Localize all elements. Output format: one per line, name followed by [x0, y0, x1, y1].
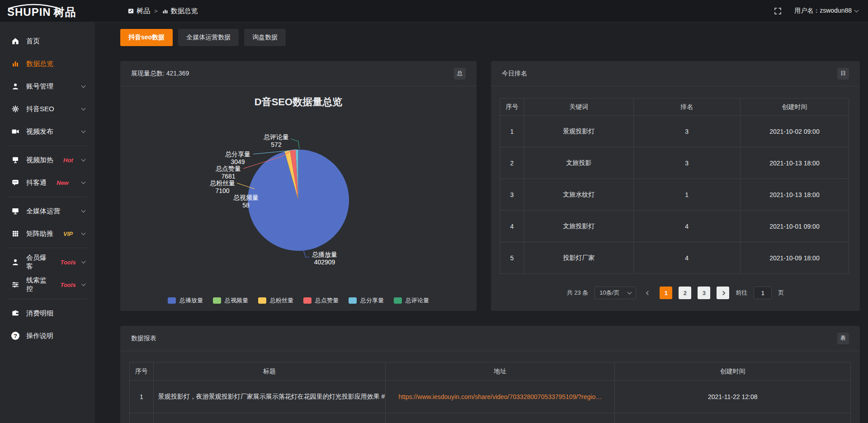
tab-omnimedia-data[interactable]: 全媒体运营数据 — [178, 29, 239, 46]
sidebar-item-data-overview[interactable]: 数据总览 — [0, 52, 95, 75]
legend-label: 总评论量 — [406, 296, 429, 305]
sidebar-item-label: 会员爆客 — [26, 254, 50, 271]
sidebar-item-label: 账号管理 — [26, 82, 53, 91]
sidebar-item-consumption[interactable]: 消费明细 — [0, 302, 95, 324]
goto-unit: 页 — [778, 289, 784, 297]
legend-item-总点赞量[interactable]: 总点赞量 — [303, 296, 339, 305]
data-tabs: 抖音seo数据 全媒体运营数据 询盘数据 — [120, 29, 860, 46]
sidebar-item-doketong[interactable]: 抖客通 New — [0, 171, 95, 194]
sidebar-item-video-publish[interactable]: 视频发布 — [0, 120, 95, 143]
hot-badge: Hot — [63, 157, 73, 164]
sidebar-item-lead-monitor[interactable]: 线索监控 Tools — [0, 273, 95, 296]
table-header-row: 序号 关键词 排名 创建时间 — [500, 99, 849, 116]
sidebar-divider — [8, 197, 87, 197]
pie-slices — [248, 150, 349, 251]
sidebar-item-label: 首页 — [26, 37, 40, 46]
breadcrumb-label: 树品 — [137, 7, 150, 15]
sidebar-item-account[interactable]: 账号管理 — [0, 75, 95, 98]
page-button-3[interactable]: 3 — [698, 287, 710, 299]
vip-badge: VIP — [63, 230, 73, 237]
breadcrumb-current[interactable]: 数据总览 — [162, 7, 198, 15]
sidebar-item-omnimedia[interactable]: 全媒体运营 — [0, 200, 95, 222]
cell-created: 2021-10-13 18:00 — [740, 147, 849, 179]
legend-label: 总播放量 — [179, 296, 203, 305]
page-button-1[interactable]: 1 — [660, 287, 672, 299]
user-menu[interactable]: 用户名：zswodun88 — [794, 7, 858, 15]
main-content: 抖音seo数据 全媒体运营数据 询盘数据 展现量总数: 421,369 总 — [95, 22, 868, 423]
username: 用户名：zswodun88 — [794, 7, 852, 15]
cell-created: 2021-10-02 09:00 — [740, 116, 849, 147]
sidebar: 首页 数据总览 账号管理 抖音SEO 视频发布 视频加热 Hot 抖客通 New… — [0, 22, 95, 423]
chevron-down-icon — [81, 106, 86, 111]
user-icon — [11, 82, 20, 91]
legend-item-总播放量[interactable]: 总播放量 — [168, 296, 203, 305]
question-icon: ? — [11, 331, 20, 340]
report-corner-button[interactable]: 表 — [837, 333, 849, 344]
overview-corner-button[interactable]: 总 — [454, 68, 466, 80]
cell-keyword: 文旅投影灯 — [524, 211, 634, 242]
tab-inquiry-data[interactable]: 询盘数据 — [244, 29, 286, 46]
legend-item-总粉丝量[interactable]: 总粉丝量 — [258, 296, 293, 305]
bar-chart-icon — [162, 8, 169, 14]
chevron-down-icon — [627, 290, 632, 295]
next-page-button[interactable] — [717, 287, 729, 299]
grid-icon — [11, 229, 20, 238]
legend-swatch — [168, 297, 176, 304]
table-row: 3 文旅水纹灯 1 2021-10-13 18:00 — [500, 179, 849, 211]
sidebar-item-label: 抖音SEO — [26, 105, 54, 113]
sidebar-item-label: 视频发布 — [26, 127, 53, 136]
legend-swatch — [394, 297, 402, 304]
chevron-down-icon — [854, 8, 859, 13]
overview-panel: 展现量总数: 421,369 总 D音SEO数据量总览 总评论量572 — [120, 61, 476, 311]
video-link[interactable]: https://www.iesdouyin.com/share/video/70… — [398, 393, 602, 400]
chevron-down-icon — [81, 157, 86, 162]
window-icon — [127, 8, 134, 14]
cell-rank: 1 — [633, 179, 740, 211]
legend-swatch — [258, 297, 266, 304]
breadcrumb: 树品 > 数据总览 — [127, 7, 198, 15]
legend-label: 总分享量 — [360, 296, 384, 305]
video-camera-icon — [11, 127, 20, 136]
fullscreen-icon[interactable] — [774, 7, 782, 15]
sidebar-item-help[interactable]: ? 操作说明 — [0, 324, 95, 347]
page-button-2[interactable]: 2 — [679, 287, 691, 299]
legend-item-总视频量[interactable]: 总视频量 — [213, 296, 248, 305]
goto-page-input[interactable] — [754, 287, 772, 299]
legend-label: 总粉丝量 — [270, 296, 293, 305]
app-logo[interactable]: SHUPIN树品 — [0, 2, 95, 19]
legend-item-总评论量[interactable]: 总评论量 — [394, 296, 429, 305]
chart-legend: 总播放量总视频量总粉丝量总点赞量总分享量总评论量 — [120, 296, 476, 305]
legend-swatch — [349, 297, 357, 304]
sidebar-item-label: 全媒体运营 — [26, 207, 60, 216]
sidebar-item-douyin-seo[interactable]: 抖音SEO — [0, 98, 95, 120]
cell-created: 2021-11-22 12:08 — [615, 381, 851, 413]
cell-index: 4 — [500, 211, 524, 242]
sidebar-item-label: 数据总览 — [26, 60, 53, 68]
breadcrumb-home[interactable]: 树品 — [127, 7, 150, 15]
pie-slice-总播放量[interactable] — [248, 150, 349, 251]
cell-rank: 4 — [633, 242, 740, 274]
chevron-down-icon — [81, 129, 86, 133]
prev-page-button[interactable] — [642, 287, 653, 299]
sidebar-divider — [8, 248, 87, 248]
sliders-icon — [11, 280, 20, 289]
sidebar-item-home[interactable]: 首页 — [0, 30, 95, 52]
pie-label-comments: 总评论量572 — [258, 133, 294, 149]
legend-label: 总视频量 — [225, 296, 248, 305]
ranking-corner-button[interactable]: 日 — [837, 68, 849, 80]
chevron-down-icon — [81, 282, 85, 286]
ranking-panel: 今日排名 日 序号 关键词 排名 创建时间 — [491, 61, 860, 311]
sidebar-item-matrix-boost[interactable]: 矩阵助推 VIP — [0, 222, 95, 245]
tab-douyin-seo-data[interactable]: 抖音seo数据 — [120, 29, 173, 46]
tools-badge: Tools — [60, 282, 75, 288]
sidebar-item-video-heat[interactable]: 视频加热 Hot — [0, 149, 95, 171]
chevron-down-icon — [81, 259, 85, 263]
column-header: 创建时间 — [615, 362, 851, 381]
pie-label-likes: 总点赞量7681 — [213, 165, 244, 180]
sidebar-item-member-baoke[interactable]: 会员爆客 Tools — [0, 251, 95, 273]
page-size-select[interactable]: 10条/页 — [594, 287, 636, 299]
legend-item-总分享量[interactable]: 总分享量 — [349, 296, 384, 305]
monitor-icon — [11, 207, 20, 216]
gear-icon — [11, 104, 20, 113]
chevron-down-icon — [81, 231, 86, 235]
